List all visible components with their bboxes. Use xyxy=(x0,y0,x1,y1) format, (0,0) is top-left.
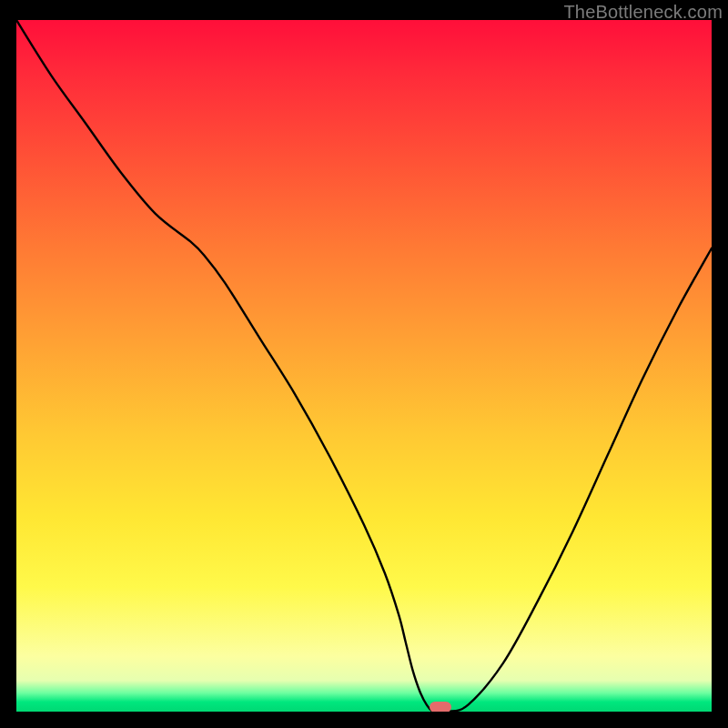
plot-area xyxy=(16,20,712,712)
chart-stage: TheBottleneck.com xyxy=(0,0,728,728)
minimum-marker xyxy=(430,702,451,712)
bottleneck-curve xyxy=(16,20,712,712)
watermark-text: TheBottleneck.com xyxy=(563,2,723,23)
